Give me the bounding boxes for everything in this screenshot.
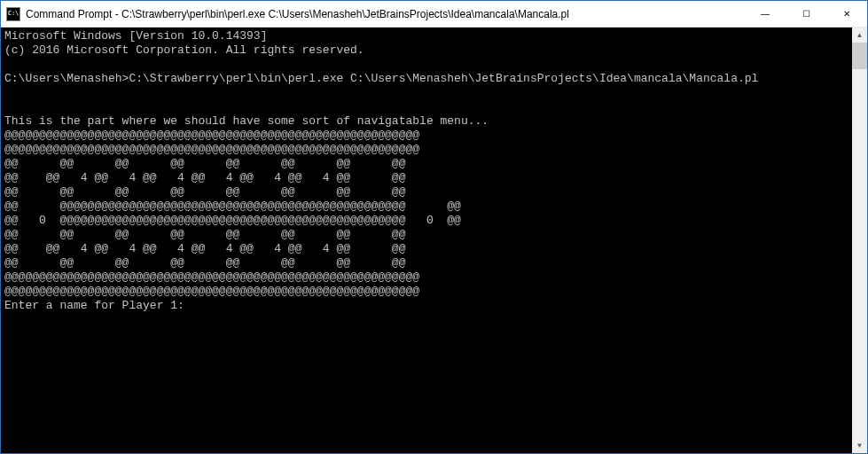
board-row: @@@@@@@@@@@@@@@@@@@@@@@@@@@@@@@@@@@@@@@@…: [4, 129, 419, 142]
scroll-track[interactable]: [852, 43, 867, 438]
scroll-thumb[interactable]: [852, 43, 867, 69]
console-line: C:\Users\Menasheh>C:\Strawberry\perl\bin…: [4, 72, 758, 85]
console-area: Microsoft Windows [Version 10.0.14393] (…: [1, 27, 867, 453]
maximize-button[interactable]: ☐: [786, 1, 826, 27]
scroll-up-button[interactable]: ▲: [852, 27, 867, 43]
input-prompt: Enter a name for Player 1:: [4, 299, 192, 312]
console-line: This is the part where we should have so…: [4, 114, 489, 128]
window-controls: — ☐ ✕: [745, 1, 867, 27]
console-output[interactable]: Microsoft Windows [Version 10.0.14393] (…: [1, 27, 852, 453]
board-row: @@ @@ 4 @@ 4 @@ 4 @@ 4 @@ 4 @@ 4 @@ @@: [4, 242, 405, 255]
board-row: @@ @@ @@ @@ @@ @@ @@ @@: [4, 256, 405, 270]
window-title: Command Prompt - C:\Strawberry\perl\bin\…: [26, 8, 745, 20]
console-line: (c) 2016 Microsoft Corporation. All righ…: [4, 43, 364, 57]
board-row: @@ @@ 4 @@ 4 @@ 4 @@ 4 @@ 4 @@ 4 @@ @@: [4, 171, 405, 184]
board-row: @@ @@ @@ @@ @@ @@ @@ @@: [4, 157, 405, 170]
board-row: @@@@@@@@@@@@@@@@@@@@@@@@@@@@@@@@@@@@@@@@…: [4, 143, 419, 156]
text-cursor: [192, 300, 199, 312]
board-row: @@ @@ @@ @@ @@ @@ @@ @@: [4, 185, 405, 199]
board-row: @@ @@@@@@@@@@@@@@@@@@@@@@@@@@@@@@@@@@@@@…: [4, 200, 461, 213]
board-row: @@ 0 @@@@@@@@@@@@@@@@@@@@@@@@@@@@@@@@@@@…: [4, 214, 461, 227]
board-row: @@@@@@@@@@@@@@@@@@@@@@@@@@@@@@@@@@@@@@@@…: [4, 285, 419, 298]
scroll-down-button[interactable]: ▼: [852, 438, 867, 453]
console-line: Microsoft Windows [Version 10.0.14393]: [4, 29, 267, 43]
title-bar[interactable]: C:\ Command Prompt - C:\Strawberry\perl\…: [1, 1, 867, 27]
board-row: @@ @@ @@ @@ @@ @@ @@ @@: [4, 228, 405, 241]
close-button[interactable]: ✕: [826, 1, 867, 27]
board-row: @@@@@@@@@@@@@@@@@@@@@@@@@@@@@@@@@@@@@@@@…: [4, 270, 419, 284]
minimize-button[interactable]: —: [745, 1, 786, 27]
vertical-scrollbar[interactable]: ▲ ▼: [852, 27, 867, 453]
cmd-icon: C:\: [6, 7, 20, 21]
